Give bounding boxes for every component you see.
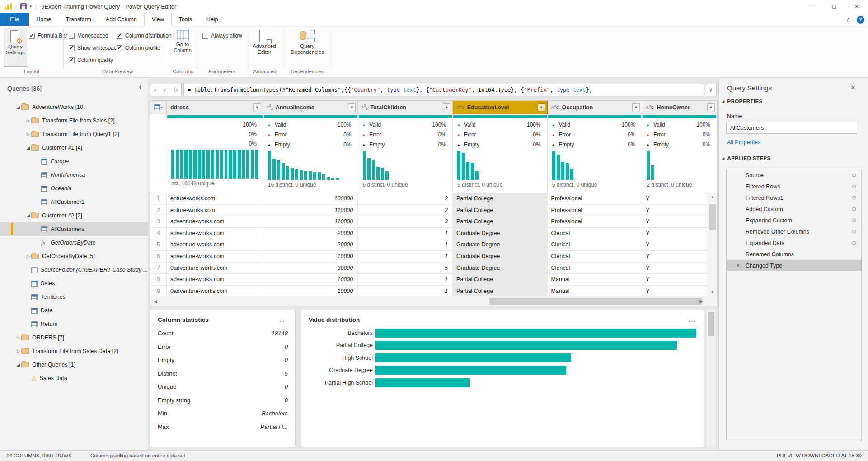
all-properties-link[interactable]: All Properties [727, 139, 760, 146]
row-number[interactable]: 7 [150, 263, 167, 274]
go-to-column-button[interactable]: Go toColumn [171, 28, 194, 67]
applied-step[interactable]: Renamed Columns [727, 249, 861, 260]
column-quality-checkbox[interactable]: Column quality [69, 57, 113, 63]
tab-help[interactable]: Help [199, 13, 225, 26]
data-cell[interactable]: Clerical [548, 263, 643, 274]
query-item[interactable]: ⚠Sales Data [0, 372, 148, 385]
step-settings-gear-icon[interactable]: ⚙ [851, 183, 857, 190]
step-settings-gear-icon[interactable]: ⚙ [851, 217, 857, 224]
data-cell[interactable]: Y [642, 205, 717, 216]
row-number[interactable]: 3 [150, 216, 167, 227]
data-cell[interactable]: 5 [358, 263, 453, 274]
data-cell[interactable]: 10000 [263, 251, 358, 262]
column-header-annualincome[interactable]: 123AnnualIncome▾ [263, 101, 358, 114]
scroll-down-icon[interactable]: ▼ [708, 287, 717, 296]
distribution-bar[interactable] [375, 341, 677, 350]
distribution-bar[interactable] [375, 378, 470, 387]
applied-step[interactable]: Added Custom⚙ [727, 203, 861, 215]
data-cell[interactable]: Clerical [548, 228, 643, 239]
applied-step[interactable]: Removed Other Columns⚙ [727, 226, 861, 237]
data-cell[interactable]: 1 [358, 228, 453, 239]
query-item[interactable]: AllCustomer1 [0, 195, 148, 209]
data-cell[interactable]: Professional [548, 216, 643, 227]
tab-view[interactable]: View [144, 13, 172, 26]
applied-step[interactable]: Filtered Rows⚙ [727, 181, 861, 192]
data-cell[interactable]: Partial College [453, 216, 548, 227]
data-cell[interactable]: adventure-works.com [167, 216, 263, 227]
minimize-button[interactable]: — [800, 0, 823, 13]
expand-formula-bar-icon[interactable]: ∨ [705, 84, 717, 96]
distribution-bar[interactable] [375, 366, 566, 375]
data-cell[interactable]: 1 [358, 251, 453, 262]
close-button[interactable]: × [845, 0, 868, 13]
advanced-editor-button[interactable]: AdvancedEditor [250, 28, 278, 67]
row-number[interactable]: 4 [150, 228, 167, 239]
data-cell[interactable]: Clerical [548, 239, 643, 250]
query-item[interactable]: Sales [0, 277, 148, 290]
step-settings-gear-icon[interactable]: ⚙ [851, 206, 857, 212]
tree-collapsed-icon[interactable]: ▷ [25, 132, 31, 136]
column-profile-checkbox[interactable]: Column profile [117, 45, 160, 51]
applied-steps-section-header[interactable]: ◢ APPLIED STEPS [722, 155, 771, 161]
show-whitespace-checkbox[interactable]: Show whitespace [69, 45, 119, 51]
data-cell[interactable]: 30000 [263, 263, 358, 274]
column-filter-icon[interactable]: ▾ [707, 103, 715, 111]
query-item[interactable]: Date [0, 304, 148, 317]
data-cell[interactable]: 2 [358, 193, 453, 204]
query-item[interactable]: Return [0, 317, 148, 331]
data-cell[interactable]: 10000 [263, 286, 358, 296]
query-item[interactable]: Oceania [0, 182, 148, 195]
query-item[interactable]: Europe [0, 155, 148, 168]
tree-expanded-icon[interactable]: ◢ [15, 105, 21, 109]
data-cell[interactable]: Professional [548, 205, 643, 216]
data-cell[interactable]: 20000 [263, 239, 358, 250]
data-cell[interactable]: 1 [358, 239, 453, 250]
row-number[interactable]: 6 [150, 251, 167, 262]
query-item[interactable]: fxGetOrdersByDate [0, 236, 148, 249]
column-header-educationlevel[interactable]: ABCEducationLevel▾ [453, 101, 548, 114]
vertical-scrollbar-thumb[interactable] [709, 204, 716, 230]
data-cell[interactable]: 1 [358, 286, 453, 296]
tab-add-column[interactable]: Add Column [99, 13, 144, 26]
data-cell[interactable]: 1 [358, 274, 453, 285]
data-cell[interactable]: Y [642, 216, 717, 227]
data-cell[interactable]: Partial College [453, 274, 548, 285]
applied-step[interactable]: Expanded Custom⚙ [727, 215, 861, 226]
data-cell[interactable]: 10000 [263, 274, 358, 285]
query-name-input[interactable] [726, 122, 857, 134]
distribution-bar[interactable] [375, 353, 571, 362]
commit-formula-icon[interactable]: ✓ [163, 87, 168, 94]
row-number[interactable]: 1 [150, 193, 167, 204]
data-cell[interactable]: Manual [548, 274, 643, 285]
status-profiling-scope[interactable]: Column profiling based on entire data se… [90, 453, 185, 458]
query-item[interactable]: AllCustomers [0, 222, 148, 236]
save-icon[interactable] [20, 3, 27, 9]
data-cell[interactable]: Y [642, 193, 717, 204]
query-item[interactable]: ▷Transform File from Query1 [2] [0, 127, 148, 141]
data-cell[interactable]: Graduate Degree [453, 228, 548, 239]
data-cell[interactable]: enture-works.com [167, 205, 263, 216]
data-cell[interactable]: adventure-works.com [167, 274, 263, 285]
data-cell[interactable]: Y [642, 228, 717, 239]
data-cell[interactable]: Partial College [453, 205, 548, 216]
tab-file[interactable]: File [0, 13, 29, 26]
data-cell[interactable]: adventure-works.com [167, 251, 263, 262]
properties-section-header[interactable]: ◢ PROPERTIES [722, 99, 763, 104]
data-cell[interactable]: Clerical [548, 251, 643, 262]
applied-step[interactable]: Source⚙ [727, 169, 861, 181]
query-item[interactable]: ◢Customer #2 [2] [0, 209, 148, 222]
column-filter-icon[interactable]: ▾ [443, 103, 450, 111]
scroll-right-icon[interactable]: ▶ [696, 296, 706, 306]
column-distribution-checkbox[interactable]: Column distribution [117, 33, 172, 39]
data-cell[interactable]: 110000 [263, 216, 358, 227]
tree-collapsed-icon[interactable]: ▷ [15, 335, 21, 340]
data-cell[interactable]: Partial College [453, 286, 548, 296]
bottom-panel-scrollbar-thumb[interactable] [708, 312, 714, 336]
data-cell[interactable]: 110000 [263, 205, 358, 216]
scroll-left-icon[interactable]: ◀ [150, 296, 160, 306]
delete-step-icon[interactable]: × [737, 263, 740, 269]
tree-collapsed-icon[interactable]: ▷ [25, 254, 31, 259]
column-header-ddress[interactable]: ddress▾ [167, 101, 263, 114]
data-cell[interactable]: Manual [548, 286, 643, 296]
query-settings-button[interactable]: ⚙ QuerySettings [4, 28, 27, 67]
